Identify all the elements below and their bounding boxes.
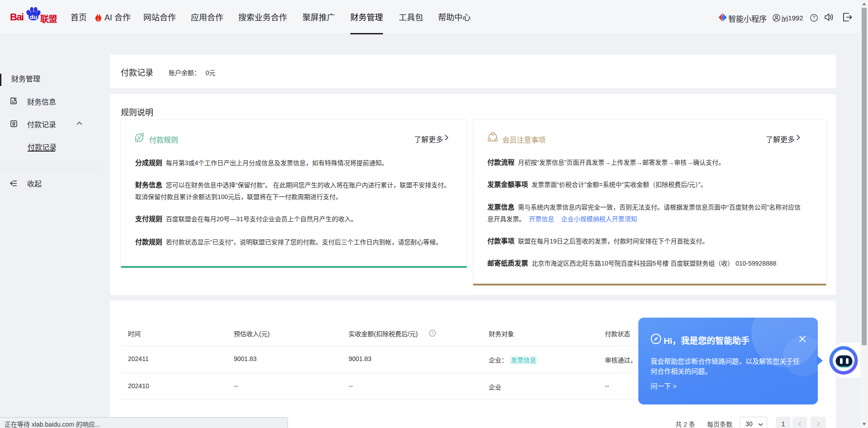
- svg-text:du: du: [30, 14, 38, 20]
- svg-text:¥: ¥: [137, 135, 141, 141]
- svg-text:?: ?: [431, 331, 434, 336]
- svg-text:?: ?: [813, 15, 816, 20]
